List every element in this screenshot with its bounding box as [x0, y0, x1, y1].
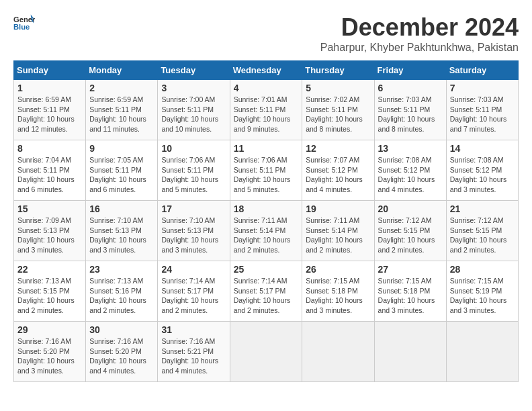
logo-icon: General Blue	[13, 13, 35, 32]
day-info: Sunrise: 7:09 AM Sunset: 5:13 PM Dayligh…	[17, 216, 82, 255]
table-row: 11 Sunrise: 7:06 AM Sunset: 5:11 PM Dayl…	[230, 140, 302, 201]
table-row: 22 Sunrise: 7:13 AM Sunset: 5:15 PM Dayl…	[14, 261, 86, 322]
day-info: Sunrise: 7:03 AM Sunset: 5:11 PM Dayligh…	[450, 95, 515, 134]
day-number: 21	[450, 203, 515, 214]
header-wednesday: Wednesday	[230, 61, 302, 80]
header-saturday: Saturday	[446, 61, 518, 80]
day-info: Sunrise: 7:15 AM Sunset: 5:18 PM Dayligh…	[378, 276, 443, 316]
day-info: Sunrise: 7:04 AM Sunset: 5:11 PM Dayligh…	[17, 155, 82, 195]
day-number: 29	[17, 324, 82, 335]
logo: General Blue	[13, 13, 35, 32]
month-title: December 2024	[320, 13, 519, 42]
table-row	[302, 322, 374, 382]
table-row	[230, 322, 302, 382]
day-number: 23	[89, 264, 154, 275]
day-info: Sunrise: 7:01 AM Sunset: 5:11 PM Dayligh…	[234, 95, 299, 134]
weekday-header-row: Sunday Monday Tuesday Wednesday Thursday…	[14, 61, 519, 80]
day-number: 30	[89, 324, 154, 335]
day-info: Sunrise: 7:02 AM Sunset: 5:11 PM Dayligh…	[306, 95, 370, 134]
day-info: Sunrise: 7:12 AM Sunset: 5:15 PM Dayligh…	[450, 216, 515, 255]
day-number: 15	[17, 203, 82, 214]
table-row: 23 Sunrise: 7:13 AM Sunset: 5:16 PM Dayl…	[86, 261, 158, 322]
day-info: Sunrise: 7:06 AM Sunset: 5:11 PM Dayligh…	[234, 155, 299, 195]
table-row: 3 Sunrise: 7:00 AM Sunset: 5:11 PM Dayli…	[158, 80, 230, 140]
day-number: 6	[378, 83, 443, 93]
table-row: 15 Sunrise: 7:09 AM Sunset: 5:13 PM Dayl…	[14, 201, 86, 261]
day-number: 8	[17, 143, 82, 154]
table-row: 6 Sunrise: 7:03 AM Sunset: 5:11 PM Dayli…	[374, 80, 446, 140]
day-number: 31	[161, 324, 226, 335]
day-number: 10	[161, 143, 226, 154]
table-row: 21 Sunrise: 7:12 AM Sunset: 5:15 PM Dayl…	[446, 201, 518, 261]
day-number: 14	[450, 143, 515, 154]
table-row: 24 Sunrise: 7:14 AM Sunset: 5:17 PM Dayl…	[158, 261, 230, 322]
table-row	[374, 322, 446, 382]
day-number: 4	[234, 83, 299, 93]
day-info: Sunrise: 7:14 AM Sunset: 5:17 PM Dayligh…	[234, 276, 299, 316]
table-row: 20 Sunrise: 7:12 AM Sunset: 5:15 PM Dayl…	[374, 201, 446, 261]
day-info: Sunrise: 7:16 AM Sunset: 5:20 PM Dayligh…	[17, 336, 82, 376]
table-row: 8 Sunrise: 7:04 AM Sunset: 5:11 PM Dayli…	[14, 140, 86, 201]
table-row: 26 Sunrise: 7:15 AM Sunset: 5:18 PM Dayl…	[302, 261, 374, 322]
day-number: 26	[306, 264, 370, 275]
day-info: Sunrise: 7:03 AM Sunset: 5:11 PM Dayligh…	[378, 95, 443, 134]
page-header: General Blue December 2024 Paharpur, Khy…	[13, 13, 519, 54]
location-subtitle: Paharpur, Khyber Pakhtunkhwa, Pakistan	[320, 42, 519, 54]
day-number: 2	[89, 83, 154, 93]
day-number: 27	[378, 264, 443, 275]
header-monday: Monday	[86, 61, 158, 80]
header-friday: Friday	[374, 61, 446, 80]
day-info: Sunrise: 7:05 AM Sunset: 5:11 PM Dayligh…	[89, 155, 154, 195]
table-row: 28 Sunrise: 7:15 AM Sunset: 5:19 PM Dayl…	[446, 261, 518, 322]
day-number: 3	[161, 83, 226, 93]
day-info: Sunrise: 7:11 AM Sunset: 5:14 PM Dayligh…	[306, 216, 370, 255]
day-number: 20	[378, 203, 443, 214]
calendar-week-row: 22 Sunrise: 7:13 AM Sunset: 5:15 PM Dayl…	[14, 261, 519, 322]
table-row: 13 Sunrise: 7:08 AM Sunset: 5:12 PM Dayl…	[374, 140, 446, 201]
header-sunday: Sunday	[14, 61, 86, 80]
table-row: 29 Sunrise: 7:16 AM Sunset: 5:20 PM Dayl…	[14, 322, 86, 382]
table-row: 10 Sunrise: 7:06 AM Sunset: 5:11 PM Dayl…	[158, 140, 230, 201]
day-info: Sunrise: 7:16 AM Sunset: 5:20 PM Dayligh…	[89, 336, 154, 376]
day-number: 16	[89, 203, 154, 214]
calendar-week-row: 1 Sunrise: 6:59 AM Sunset: 5:11 PM Dayli…	[14, 80, 519, 140]
table-row: 4 Sunrise: 7:01 AM Sunset: 5:11 PM Dayli…	[230, 80, 302, 140]
calendar-table: Sunday Monday Tuesday Wednesday Thursday…	[13, 60, 519, 382]
header-tuesday: Tuesday	[158, 61, 230, 80]
table-row: 25 Sunrise: 7:14 AM Sunset: 5:17 PM Dayl…	[230, 261, 302, 322]
day-number: 17	[161, 203, 226, 214]
day-info: Sunrise: 7:10 AM Sunset: 5:13 PM Dayligh…	[161, 216, 226, 255]
svg-text:Blue: Blue	[13, 23, 30, 31]
table-row: 31 Sunrise: 7:16 AM Sunset: 5:21 PM Dayl…	[158, 322, 230, 382]
day-number: 9	[89, 143, 154, 154]
table-row: 7 Sunrise: 7:03 AM Sunset: 5:11 PM Dayli…	[446, 80, 518, 140]
day-number: 24	[161, 264, 226, 275]
day-info: Sunrise: 7:08 AM Sunset: 5:12 PM Dayligh…	[450, 155, 515, 195]
table-row: 5 Sunrise: 7:02 AM Sunset: 5:11 PM Dayli…	[302, 80, 374, 140]
day-number: 11	[234, 143, 299, 154]
day-info: Sunrise: 7:15 AM Sunset: 5:19 PM Dayligh…	[450, 276, 515, 316]
day-number: 7	[450, 83, 515, 93]
day-info: Sunrise: 6:59 AM Sunset: 5:11 PM Dayligh…	[17, 95, 82, 134]
table-row	[446, 322, 518, 382]
day-info: Sunrise: 6:59 AM Sunset: 5:11 PM Dayligh…	[89, 95, 154, 134]
day-info: Sunrise: 7:10 AM Sunset: 5:13 PM Dayligh…	[89, 216, 154, 255]
calendar-week-row: 8 Sunrise: 7:04 AM Sunset: 5:11 PM Dayli…	[14, 140, 519, 201]
day-info: Sunrise: 7:14 AM Sunset: 5:17 PM Dayligh…	[161, 276, 226, 316]
day-number: 13	[378, 143, 443, 154]
table-row: 2 Sunrise: 6:59 AM Sunset: 5:11 PM Dayli…	[86, 80, 158, 140]
day-number: 1	[17, 83, 82, 93]
day-info: Sunrise: 7:06 AM Sunset: 5:11 PM Dayligh…	[161, 155, 226, 195]
day-info: Sunrise: 7:00 AM Sunset: 5:11 PM Dayligh…	[161, 95, 226, 134]
table-row: 12 Sunrise: 7:07 AM Sunset: 5:12 PM Dayl…	[302, 140, 374, 201]
table-row: 17 Sunrise: 7:10 AM Sunset: 5:13 PM Dayl…	[158, 201, 230, 261]
day-info: Sunrise: 7:16 AM Sunset: 5:21 PM Dayligh…	[161, 336, 226, 376]
day-number: 19	[306, 203, 370, 214]
day-info: Sunrise: 7:13 AM Sunset: 5:15 PM Dayligh…	[17, 276, 82, 316]
day-number: 22	[17, 264, 82, 275]
table-row: 16 Sunrise: 7:10 AM Sunset: 5:13 PM Dayl…	[86, 201, 158, 261]
day-info: Sunrise: 7:13 AM Sunset: 5:16 PM Dayligh…	[89, 276, 154, 316]
day-info: Sunrise: 7:07 AM Sunset: 5:12 PM Dayligh…	[306, 155, 370, 195]
table-row: 19 Sunrise: 7:11 AM Sunset: 5:14 PM Dayl…	[302, 201, 374, 261]
day-number: 25	[234, 264, 299, 275]
